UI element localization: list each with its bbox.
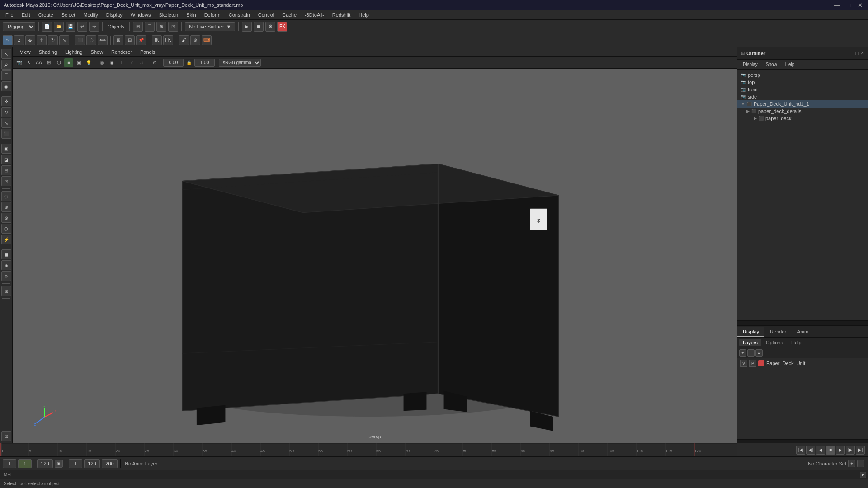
- menu-skin[interactable]: Skin: [183, 11, 199, 19]
- layer-item-paper-deck-unit[interactable]: V P Paper_Deck_Unit: [737, 358, 868, 368]
- tab-display[interactable]: Display: [737, 327, 764, 337]
- bridge-button[interactable]: ⊟: [1, 165, 11, 175]
- channel-horizontal-scroll[interactable]: [737, 439, 868, 443]
- tab-render[interactable]: Render: [764, 327, 792, 337]
- outliner-close-button[interactable]: ✕: [860, 50, 864, 56]
- move-lt-button[interactable]: ✛: [1, 96, 11, 106]
- snap-point-button[interactable]: ⊕: [156, 22, 166, 32]
- snap-view-button[interactable]: ⊡: [168, 22, 178, 32]
- bevel-button[interactable]: ◪: [1, 155, 11, 164]
- range-end-input[interactable]: 120: [84, 459, 100, 468]
- vt-3-button[interactable]: 3: [137, 58, 146, 67]
- minimize-button[interactable]: —: [832, 2, 841, 9]
- timeline-section[interactable]: 1 5 10 15 20 25 30 35 40 45 50: [0, 443, 793, 456]
- vt-2-button[interactable]: 2: [127, 58, 136, 67]
- layer-p-toggle[interactable]: P: [749, 360, 756, 367]
- script-editor-button[interactable]: ⌨: [202, 35, 212, 45]
- outliner-item-paper-deck-unit[interactable]: ▼ ⬛ Paper_Deck_Unit_nd1_1: [737, 100, 868, 108]
- ipr-button[interactable]: ◼: [254, 22, 264, 32]
- outliner-item-persp[interactable]: 📷 persp: [737, 71, 868, 79]
- layer-visibility-toggle[interactable]: V: [740, 360, 747, 367]
- viewport-menu-lighting[interactable]: Lighting: [61, 48, 86, 56]
- menu-cache[interactable]: Cache: [278, 11, 300, 19]
- step-back-button[interactable]: ◀|: [806, 446, 815, 455]
- align-button[interactable]: ⊟: [125, 35, 135, 45]
- range-start-input[interactable]: [69, 459, 82, 468]
- menu-file[interactable]: File: [2, 11, 17, 19]
- vt-solid-button[interactable]: ■: [64, 58, 73, 67]
- curve-tool-button[interactable]: ⌒: [1, 70, 11, 80]
- mode-dropdown[interactable]: Rigging: [3, 22, 35, 31]
- bottom-lt-button[interactable]: ⊡: [1, 431, 11, 441]
- outliner-horizontal-scroll[interactable]: [737, 320, 868, 324]
- cluster-button[interactable]: ⊕: [1, 202, 11, 212]
- select-mode-button[interactable]: ↖: [1, 49, 11, 59]
- vt-aa-button[interactable]: AA: [34, 58, 43, 67]
- vt-light-button[interactable]: 💡: [84, 58, 93, 67]
- script-run-button[interactable]: ▶: [860, 472, 866, 478]
- open-scene-button[interactable]: 📂: [54, 22, 64, 32]
- scale-tool-button[interactable]: ⤡: [59, 35, 69, 45]
- paint-weights-button[interactable]: 🖌: [179, 35, 189, 45]
- vt-1-button[interactable]: 1: [117, 58, 126, 67]
- menu-3dtoall[interactable]: -3DtoAll-: [301, 11, 328, 19]
- menu-redshift[interactable]: Redshift: [329, 11, 354, 19]
- sculpt-button[interactable]: ◉: [1, 81, 11, 91]
- outliner-item-paper-deck[interactable]: ▶ ⬛ paper_deck: [737, 115, 868, 122]
- rotate-tool-button[interactable]: ↻: [48, 35, 58, 45]
- char-set-button-2[interactable]: -: [857, 460, 864, 467]
- extra-button[interactable]: ⊞: [1, 286, 11, 296]
- menu-help[interactable]: Help: [355, 11, 373, 19]
- mel-command-input[interactable]: [17, 470, 858, 479]
- viewport-menu-shading[interactable]: Shading: [35, 48, 61, 56]
- outliner-menu-display[interactable]: Display: [739, 61, 761, 68]
- move-tool-button[interactable]: ✛: [37, 35, 47, 45]
- outliner-item-side[interactable]: 📷 side: [737, 93, 868, 100]
- total-frames-input[interactable]: 200: [102, 459, 118, 468]
- fill-hole-button[interactable]: ⊡: [1, 176, 11, 186]
- layer-button[interactable]: ◼: [1, 249, 11, 259]
- maximize-button[interactable]: □: [845, 2, 852, 9]
- exposure-value[interactable]: 0.00: [163, 59, 184, 67]
- current-frame-input[interactable]: [3, 459, 16, 468]
- close-button[interactable]: ✕: [856, 2, 864, 9]
- vt-expose-button[interactable]: ⊙: [150, 58, 159, 67]
- layer-options-button[interactable]: ⚙: [755, 349, 763, 357]
- render-settings-button[interactable]: ⚙: [265, 22, 275, 32]
- new-scene-button[interactable]: 📄: [42, 22, 52, 32]
- menu-modify[interactable]: Modify: [80, 11, 101, 19]
- undo-button[interactable]: ↩: [77, 22, 87, 32]
- lasso-select-button[interactable]: ⊿: [14, 35, 24, 45]
- rotate-lt-button[interactable]: ↻: [1, 107, 11, 117]
- delete-layer-button[interactable]: -: [747, 349, 755, 357]
- vt-smooth-button[interactable]: ◉: [107, 58, 116, 67]
- transform-button[interactable]: ⬛: [75, 35, 85, 45]
- snap-together-button[interactable]: ⊞: [113, 35, 123, 45]
- snap-grid-button[interactable]: ⊞: [133, 22, 143, 32]
- settings-lt-button[interactable]: ⚙: [1, 271, 11, 281]
- outliner-float-button[interactable]: □: [855, 51, 859, 56]
- layers-tab[interactable]: Layers: [739, 339, 761, 346]
- deformer-button[interactable]: ⊗: [1, 213, 11, 223]
- options-tab[interactable]: Options: [762, 339, 787, 346]
- auto-key-button[interactable]: ▣: [55, 460, 63, 468]
- step-forward-button[interactable]: |▶: [846, 446, 855, 455]
- select-tool-button[interactable]: ↖: [3, 35, 13, 45]
- stop-button[interactable]: ■: [826, 446, 835, 455]
- render-view-button[interactable]: ◈: [1, 260, 11, 270]
- fk-button[interactable]: FK: [163, 35, 173, 45]
- help-tab[interactable]: Help: [788, 339, 805, 346]
- tab-anim[interactable]: Anim: [792, 327, 814, 337]
- new-layer-button[interactable]: +: [739, 349, 746, 357]
- wire-button[interactable]: ⚡: [1, 235, 11, 244]
- save-scene-button[interactable]: 💾: [66, 22, 75, 32]
- mirror-weights-button[interactable]: ⊜: [190, 35, 200, 45]
- render-button[interactable]: ▶: [242, 22, 252, 32]
- snap-curve-button[interactable]: ⌒: [145, 22, 155, 32]
- menu-select[interactable]: Select: [58, 11, 79, 19]
- play-back-button[interactable]: ◀: [816, 446, 825, 455]
- transform-lt-button[interactable]: ⬛: [1, 129, 11, 139]
- pin-button[interactable]: 📌: [136, 35, 146, 45]
- window-controls[interactable]: — □ ✕: [832, 2, 864, 9]
- paint-select-button[interactable]: ⬙: [25, 35, 35, 45]
